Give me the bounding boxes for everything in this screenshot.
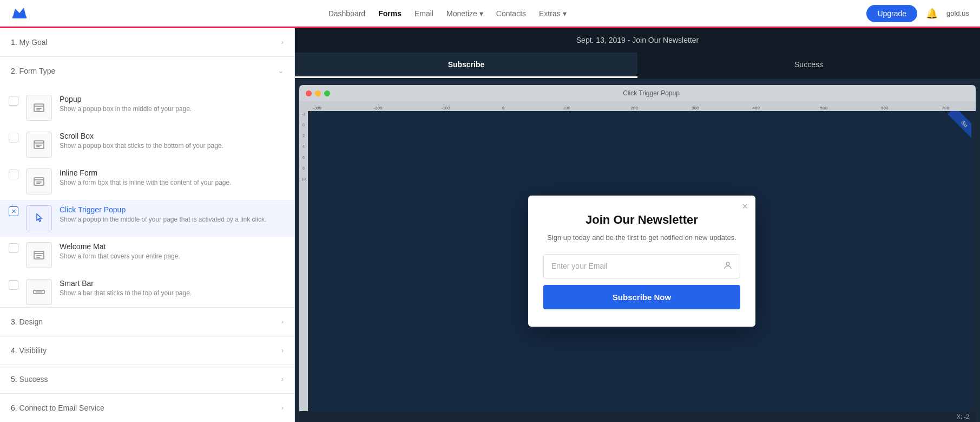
welcome-mat-desc: Show a form that covers your entire page… bbox=[60, 252, 284, 261]
nav-right: Upgrade 🔔 gold.us bbox=[866, 5, 969, 22]
popup-checkbox[interactable] bbox=[9, 96, 18, 106]
subscribe-now-button[interactable]: Subscribe Now bbox=[543, 285, 740, 309]
popup-icon-box bbox=[26, 95, 52, 121]
inline-desc: Show a form box that is inline with the … bbox=[60, 178, 284, 187]
email-input-field[interactable]: Enter your Email bbox=[543, 254, 740, 278]
top-navigation: Dashboard Forms Email Monetize ▾ Contact… bbox=[0, 0, 980, 28]
svg-marker-0 bbox=[13, 8, 26, 16]
preview-area: Sept. 13, 2019 - Join Our Newsletter Sub… bbox=[295, 28, 980, 422]
canvas-content: Su × Join Our Newsletter Sign up today a… bbox=[312, 111, 971, 411]
scroll-box-desc: Show a popup box that sticks to the bott… bbox=[60, 141, 284, 151]
ruler-mark-8: 8 bbox=[302, 166, 305, 177]
ruler-marks: -300 -200 -100 0 100 200 300 400 500 600… bbox=[299, 101, 976, 111]
smart-bar-checkbox[interactable] bbox=[9, 280, 18, 290]
popup-close-button[interactable]: × bbox=[742, 201, 748, 212]
nav-forms[interactable]: Forms bbox=[378, 9, 402, 18]
section-success-title: 5. Success bbox=[11, 375, 48, 384]
welcome-mat-text: Welcome Mat Show a form that covers your… bbox=[60, 242, 284, 261]
preview-header: Sept. 13, 2019 - Join Our Newsletter bbox=[295, 28, 980, 53]
section-connect-email-title: 6. Connect to Email Service bbox=[11, 404, 104, 412]
section-design-title: 3. Design bbox=[11, 317, 43, 326]
nav-dashboard[interactable]: Dashboard bbox=[328, 9, 366, 18]
left-ruler: -2 0 2 4 6 8 10 bbox=[299, 111, 308, 411]
ruler-mark-4: 4 bbox=[302, 145, 305, 155]
chevron-right-icon: › bbox=[281, 404, 284, 412]
svg-point-20 bbox=[726, 262, 729, 265]
click-trigger-checkbox[interactable]: ✕ bbox=[9, 206, 18, 216]
section-connect-email-header[interactable]: 6. Connect to Email Service › bbox=[0, 394, 294, 422]
section-form-type-header[interactable]: 2. Form Type ⌄ bbox=[0, 57, 294, 85]
section-form-type-title: 2. Form Type bbox=[11, 67, 55, 75]
section-visibility-header[interactable]: 4. Visibility › bbox=[0, 336, 294, 365]
welcome-mat-checkbox[interactable] bbox=[9, 243, 18, 253]
ruler-mark-10: 10 bbox=[301, 177, 306, 188]
form-type-welcome-mat[interactable]: Welcome Mat Show a form that covers your… bbox=[0, 237, 294, 274]
scroll-box-text: Scroll Box Show a popup box that sticks … bbox=[60, 132, 284, 151]
scroll-box-name: Scroll Box bbox=[60, 132, 284, 140]
popup-desc: Show a popup box in the middle of your p… bbox=[60, 105, 284, 114]
inline-name: Inline Form bbox=[60, 168, 284, 177]
form-type-scroll-box[interactable]: Scroll Box Show a popup box that sticks … bbox=[0, 126, 294, 163]
tab-success[interactable]: Success bbox=[637, 53, 980, 78]
tab-subscribe[interactable]: Subscribe bbox=[295, 53, 637, 78]
section-my-goal-title: 1. My Goal bbox=[11, 38, 48, 47]
click-trigger-icon-box bbox=[26, 205, 52, 231]
chevron-down-icon: ▾ bbox=[479, 9, 483, 18]
browser-dot-yellow bbox=[315, 90, 321, 96]
section-success: 5. Success › bbox=[0, 365, 294, 394]
section-visibility: 4. Visibility › bbox=[0, 336, 294, 365]
nav-contacts[interactable]: Contacts bbox=[496, 9, 526, 18]
bell-icon[interactable]: 🔔 bbox=[926, 8, 938, 20]
scroll-box-checkbox[interactable] bbox=[9, 133, 18, 142]
form-type-click-trigger[interactable]: ✕ Click Trigger Popup Show a popup in th… bbox=[0, 200, 294, 237]
svg-rect-14 bbox=[34, 251, 44, 259]
preview-tabs: Subscribe Success bbox=[295, 53, 980, 79]
preview-title: Sept. 13, 2019 - Join Our Newsletter bbox=[576, 36, 699, 44]
svg-rect-1 bbox=[12, 16, 27, 18]
svg-rect-10 bbox=[34, 178, 44, 185]
newsletter-popup: × Join Our Newsletter Sign up today and … bbox=[528, 196, 755, 327]
section-my-goal-header[interactable]: 1. My Goal › bbox=[0, 28, 294, 56]
form-type-popup[interactable]: Popup Show a popup box in the middle of … bbox=[0, 89, 294, 126]
status-coordinates: X: -2 bbox=[957, 413, 969, 420]
ruler-mark-6: 6 bbox=[302, 155, 305, 166]
chevron-right-icon: › bbox=[281, 347, 284, 354]
popup-text: Popup Show a popup box in the middle of … bbox=[60, 95, 284, 114]
email-placeholder-text: Enter your Email bbox=[551, 262, 607, 270]
nav-email[interactable]: Email bbox=[415, 9, 433, 18]
section-form-type: 2. Form Type ⌄ bbox=[0, 57, 294, 308]
ruler-mark-0: 0 bbox=[302, 123, 305, 134]
popup-title: Join Our Newsletter bbox=[543, 213, 740, 227]
scroll-box-icon-box bbox=[26, 132, 52, 158]
user-label: gold.us bbox=[946, 9, 969, 17]
section-design-header[interactable]: 3. Design › bbox=[0, 308, 294, 336]
canvas-status-bar: X: -2 bbox=[299, 411, 976, 422]
chevron-right-icon: › bbox=[281, 375, 284, 383]
browser-dot-green bbox=[324, 90, 330, 96]
smart-bar-icon-box bbox=[26, 279, 52, 305]
upgrade-button[interactable]: Upgrade bbox=[866, 5, 917, 22]
chevron-down-icon: ⌄ bbox=[278, 67, 284, 75]
browser-dot-red bbox=[306, 90, 312, 96]
smart-bar-text: Smart Bar Show a bar that sticks to the … bbox=[60, 279, 284, 298]
inline-checkbox[interactable] bbox=[9, 170, 18, 179]
section-success-header[interactable]: 5. Success › bbox=[0, 365, 294, 393]
logo[interactable] bbox=[11, 4, 28, 23]
nav-extras[interactable]: Extras ▾ bbox=[539, 9, 567, 18]
ruler-mark-neg2: -2 bbox=[302, 112, 305, 123]
ruler: -300 -200 -100 0 100 200 300 400 500 600… bbox=[299, 101, 976, 111]
inline-text: Inline Form Show a form box that is inli… bbox=[60, 168, 284, 187]
form-type-inline[interactable]: Inline Form Show a form box that is inli… bbox=[0, 163, 294, 200]
section-my-goal: 1. My Goal › bbox=[0, 28, 294, 57]
svg-rect-6 bbox=[34, 141, 44, 148]
svg-rect-2 bbox=[34, 104, 44, 112]
nav-monetize[interactable]: Monetize ▾ bbox=[446, 9, 483, 18]
form-type-list: Popup Show a popup box in the middle of … bbox=[0, 85, 294, 307]
nav-links: Dashboard Forms Email Monetize ▾ Contact… bbox=[328, 9, 567, 18]
section-design: 3. Design › bbox=[0, 308, 294, 336]
chevron-right-icon: › bbox=[281, 38, 284, 46]
sidebar: 1. My Goal › 2. Form Type ⌄ bbox=[0, 28, 295, 422]
form-type-smart-bar[interactable]: Smart Bar Show a bar that sticks to the … bbox=[0, 274, 294, 305]
main-layout: 1. My Goal › 2. Form Type ⌄ bbox=[0, 28, 980, 422]
browser-chrome: Click Trigger Popup bbox=[299, 85, 976, 101]
